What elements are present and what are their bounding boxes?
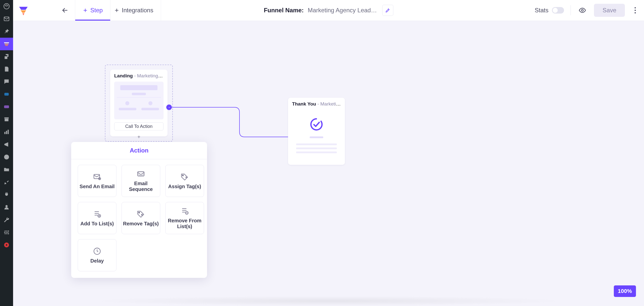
funnel-name-label: Funnel Name: (264, 7, 304, 14)
svg-rect-8 (4, 117, 9, 118)
mail-sequence-icon (137, 170, 145, 178)
svg-rect-6 (4, 93, 9, 96)
action-send-email[interactable]: Send An Email (78, 165, 116, 197)
action-delay[interactable]: Delay (78, 239, 116, 271)
tag-check-icon (180, 173, 189, 181)
stats-label: Stats (535, 7, 549, 14)
landing-step-card[interactable]: Landing - Marketing Age… Call To Action … (110, 70, 168, 136)
svg-point-25 (635, 12, 636, 14)
action-remove-tags[interactable]: Remove Tag(s) (122, 202, 160, 234)
list-add-icon (93, 210, 101, 218)
landing-preview-thumbnail (114, 82, 164, 119)
tab-integrations[interactable]: Integrations (107, 0, 161, 21)
funnel-canvas[interactable]: Landing - Marketing Age… Call To Action … (13, 21, 644, 306)
stats-toggle-wrap: Stats (535, 7, 564, 14)
preview-button[interactable] (577, 5, 587, 15)
svg-rect-19 (4, 233, 8, 234)
svg-point-1 (6, 6, 7, 7)
tab-step[interactable]: Step (75, 0, 110, 21)
wp-woo-icon[interactable] (0, 100, 13, 113)
svg-point-32 (139, 212, 140, 213)
checkmark-circle-icon (309, 117, 324, 131)
popover-divider (71, 159, 207, 159)
back-button[interactable] (55, 0, 75, 21)
svg-rect-10 (4, 132, 5, 134)
wp-media-icon[interactable] (0, 50, 13, 63)
wp-comments-icon[interactable] (0, 75, 13, 88)
svg-point-14 (6, 205, 8, 207)
stats-toggle[interactable] (552, 7, 564, 14)
mail-send-icon (93, 173, 101, 181)
svg-rect-4 (5, 44, 8, 44)
svg-rect-17 (6, 232, 9, 233)
wp-pin-icon[interactable] (0, 25, 13, 38)
svg-rect-29 (138, 172, 144, 176)
svg-rect-15 (4, 231, 8, 231)
svg-point-30 (182, 175, 183, 176)
thankyou-preview-thumbnail (292, 110, 341, 160)
wp-plugins-icon[interactable] (0, 188, 13, 201)
wp-files-icon[interactable] (0, 163, 13, 176)
wp-tools-icon[interactable] (0, 214, 13, 226)
thankyou-step-title: Thank You - Marketing Age… (292, 101, 341, 107)
thankyou-step-card[interactable]: Thank You - Marketing Age… (288, 98, 345, 165)
svg-point-20 (8, 233, 9, 234)
svg-rect-7 (4, 106, 9, 108)
wp-plugin-icon[interactable] (0, 88, 13, 100)
funnel-name: Funnel Name: Marketing Agency Lead Gener… (264, 0, 393, 21)
add-action-button[interactable]: + (136, 134, 142, 140)
canvas-bottom-shadow (89, 296, 569, 306)
wp-settings-icon[interactable] (0, 226, 13, 239)
wp-mail-icon[interactable] (0, 13, 13, 25)
landing-cta-label[interactable]: Call To Action (114, 122, 164, 130)
svg-rect-5 (5, 45, 8, 46)
svg-rect-11 (6, 131, 7, 134)
wp-funnel-active-icon[interactable] (0, 38, 13, 50)
app-stage: Step Integrations Funnel Name: Marketing… (13, 0, 644, 306)
svg-point-22 (582, 9, 584, 11)
svg-point-16 (8, 230, 9, 231)
action-assign-tags[interactable]: Assign Tag(s) (165, 165, 204, 197)
header-separator (571, 5, 571, 15)
action-picker-title: Action (71, 142, 207, 159)
action-picker-popover: Action Send An Email Email Sequence Assi… (71, 142, 207, 278)
tab-step-label: Step (90, 7, 103, 14)
save-button[interactable]: Save (594, 4, 625, 17)
landing-output-handle[interactable] (166, 105, 172, 110)
svg-rect-12 (8, 130, 9, 134)
wp-appearance-icon[interactable] (0, 176, 13, 188)
tag-remove-icon (137, 210, 145, 218)
wp-video-icon[interactable] (0, 239, 13, 251)
edit-funnel-name-button[interactable] (382, 5, 393, 16)
clock-icon (93, 247, 101, 256)
action-add-to-lists[interactable]: Add To List(s) (78, 202, 116, 234)
action-grid: Send An Email Email Sequence Assign Tag(… (71, 165, 207, 271)
svg-rect-9 (5, 119, 8, 121)
svg-point-23 (635, 7, 636, 9)
zoom-level-badge[interactable]: 100% (614, 285, 636, 297)
tab-integrations-label: Integrations (122, 7, 153, 14)
wp-archive-icon[interactable] (0, 113, 13, 126)
wp-users-icon[interactable] (0, 201, 13, 214)
svg-point-18 (4, 232, 5, 233)
header-right-controls: Stats Save (535, 0, 639, 21)
brand-logo[interactable] (18, 3, 50, 18)
svg-point-24 (635, 10, 636, 11)
action-remove-from-lists[interactable]: Remove From List(s) (165, 202, 204, 234)
list-remove-icon (180, 207, 189, 215)
action-email-sequence[interactable]: Email Sequence (122, 165, 160, 197)
wp-analytics-icon[interactable] (0, 126, 13, 138)
more-menu-button[interactable] (631, 5, 639, 15)
svg-point-26 (309, 117, 324, 131)
wp-admin-sidebar (0, 0, 13, 306)
wp-dashboard-icon[interactable] (0, 0, 13, 13)
svg-rect-3 (4, 42, 9, 43)
wp-marketing-icon[interactable] (0, 138, 13, 151)
wp-pages-icon[interactable] (0, 63, 13, 75)
wp-elementor-icon[interactable] (0, 151, 13, 163)
funnel-name-value: Marketing Agency Lead Gener… (308, 7, 378, 14)
landing-step-title: Landing - Marketing Age… (114, 73, 164, 79)
svg-point-13 (4, 155, 9, 160)
